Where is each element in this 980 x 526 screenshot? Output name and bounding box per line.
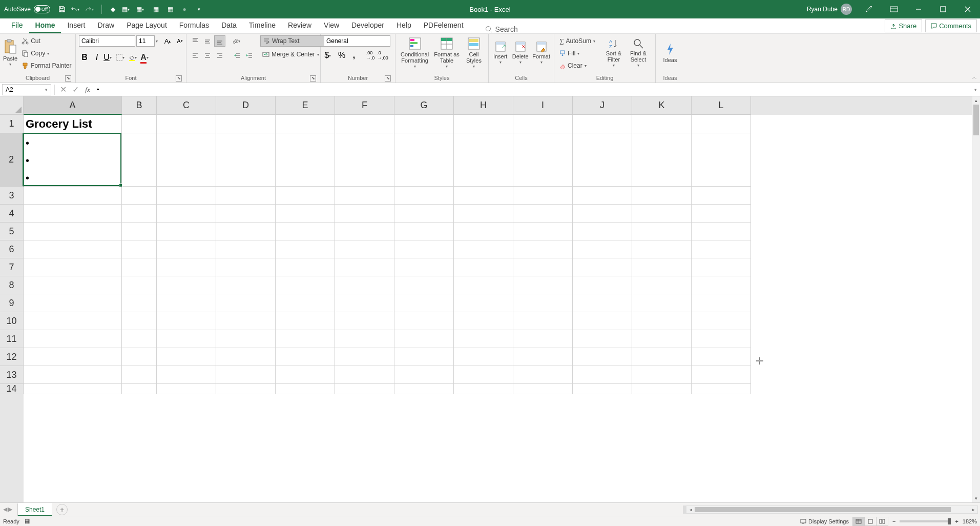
- merge-center-button[interactable]: Merge & Center▾: [260, 49, 324, 60]
- cell-E6[interactable]: [276, 240, 335, 258]
- cell-J12[interactable]: [573, 348, 632, 366]
- ideas-button[interactable]: Ideas: [659, 35, 681, 70]
- cell-E10[interactable]: [276, 312, 335, 330]
- cell-E7[interactable]: [276, 258, 335, 276]
- cell-K7[interactable]: [632, 258, 692, 276]
- cell-G12[interactable]: [394, 348, 454, 366]
- cancel-formula-icon[interactable]: ✕: [57, 84, 69, 95]
- cell-H7[interactable]: [454, 258, 513, 276]
- bold-icon[interactable]: B: [79, 52, 90, 63]
- cell-B13[interactable]: [122, 366, 157, 384]
- cell-F5[interactable]: [335, 222, 394, 240]
- zoom-in-icon[interactable]: +: [955, 518, 958, 524]
- cell-B6[interactable]: [122, 240, 157, 258]
- cell-J8[interactable]: [573, 276, 632, 294]
- cell-K3[interactable]: [632, 187, 692, 205]
- cell-H11[interactable]: [454, 330, 513, 348]
- formula-input[interactable]: [94, 84, 971, 95]
- cell-D3[interactable]: [216, 187, 276, 205]
- cell-I4[interactable]: [513, 205, 573, 222]
- row-header-3[interactable]: 3: [0, 187, 24, 205]
- cell-C14[interactable]: [157, 384, 216, 394]
- cell-D9[interactable]: [216, 294, 276, 312]
- cell-L13[interactable]: [692, 366, 751, 384]
- cell-C7[interactable]: [157, 258, 216, 276]
- name-box[interactable]: A2▾: [2, 84, 51, 95]
- row-header-13[interactable]: 13: [0, 366, 24, 384]
- cell-J5[interactable]: [573, 222, 632, 240]
- redo-icon[interactable]: ▾: [85, 4, 96, 15]
- cell-D7[interactable]: [216, 258, 276, 276]
- enter-formula-icon[interactable]: ✓: [69, 84, 81, 95]
- cell-L5[interactable]: [692, 222, 751, 240]
- cell-F12[interactable]: [335, 348, 394, 366]
- align-middle-icon[interactable]: [202, 35, 213, 47]
- decrease-indent-icon[interactable]: [232, 50, 243, 61]
- cell-H8[interactable]: [454, 276, 513, 294]
- accounting-format-icon[interactable]: $▾: [324, 50, 335, 61]
- cell-E9[interactable]: [276, 294, 335, 312]
- cell-B14[interactable]: [122, 384, 157, 394]
- cell-H14[interactable]: [454, 384, 513, 394]
- column-header-L[interactable]: L: [692, 96, 751, 115]
- cell-A7[interactable]: [24, 258, 122, 276]
- italic-icon[interactable]: I: [91, 52, 102, 63]
- cell-H6[interactable]: [454, 240, 513, 258]
- row-header-2[interactable]: 2: [0, 133, 24, 187]
- worksheet-grid[interactable]: ABCDEFGHIJKL 1234567891011121314 Grocery…: [0, 96, 972, 502]
- cell-K13[interactable]: [632, 366, 692, 384]
- cell-I12[interactable]: [513, 348, 573, 366]
- normal-view-icon[interactable]: [852, 517, 865, 526]
- decrease-decimal-icon[interactable]: .0→.00: [377, 50, 388, 61]
- cell-A3[interactable]: [24, 187, 122, 205]
- cell-L12[interactable]: [692, 348, 751, 366]
- vscroll-thumb[interactable]: [973, 105, 979, 135]
- zoom-slider[interactable]: [900, 520, 951, 522]
- macro-record-icon[interactable]: ▦: [25, 518, 30, 524]
- cell-K10[interactable]: [632, 312, 692, 330]
- cell-A4[interactable]: [24, 205, 122, 222]
- tab-help[interactable]: Help: [390, 18, 418, 33]
- find-select-button[interactable]: Find & Select▾: [627, 35, 650, 70]
- minimize-icon[interactable]: [907, 0, 930, 18]
- font-launcher[interactable]: ⬊: [176, 75, 182, 82]
- borders-icon[interactable]: ▾: [116, 52, 127, 63]
- row-header-5[interactable]: 5: [0, 222, 24, 240]
- cell-K1[interactable]: [632, 115, 692, 133]
- cell-F4[interactable]: [335, 205, 394, 222]
- font-color-icon[interactable]: A▾: [140, 52, 152, 63]
- qat-icon-1[interactable]: ◆: [107, 4, 118, 15]
- hscroll-thumb[interactable]: [695, 507, 951, 512]
- cell-J1[interactable]: [573, 115, 632, 133]
- cell-I5[interactable]: [513, 222, 573, 240]
- cell-I9[interactable]: [513, 294, 573, 312]
- cell-J4[interactable]: [573, 205, 632, 222]
- column-header-J[interactable]: J: [573, 96, 632, 115]
- cell-H1[interactable]: [454, 115, 513, 133]
- cell-E4[interactable]: [276, 205, 335, 222]
- cell-H3[interactable]: [454, 187, 513, 205]
- cell-F3[interactable]: [335, 187, 394, 205]
- cell-B1[interactable]: [122, 115, 157, 133]
- row-header-9[interactable]: 9: [0, 294, 24, 312]
- cell-A5[interactable]: [24, 222, 122, 240]
- cell-I11[interactable]: [513, 330, 573, 348]
- tab-formulas[interactable]: Formulas: [173, 18, 215, 33]
- align-right-icon[interactable]: [214, 50, 225, 61]
- align-left-icon[interactable]: [190, 50, 201, 61]
- cell-F2[interactable]: [335, 133, 394, 187]
- cell-L2[interactable]: [692, 133, 751, 187]
- cell-G8[interactable]: [394, 276, 454, 294]
- cell-C11[interactable]: [157, 330, 216, 348]
- cell-K6[interactable]: [632, 240, 692, 258]
- scroll-left-icon[interactable]: ◂: [686, 507, 695, 512]
- sheet-nav-prev-icon[interactable]: ◀: [3, 506, 7, 513]
- share-button[interactable]: Share: [885, 19, 922, 32]
- cell-B5[interactable]: [122, 222, 157, 240]
- cell-L10[interactable]: [692, 312, 751, 330]
- delete-cells-button[interactable]: Delete▾: [511, 35, 530, 70]
- zoom-out-icon[interactable]: −: [892, 518, 895, 524]
- format-as-table-button[interactable]: Format as Table▾: [433, 35, 461, 70]
- orientation-icon[interactable]: ab▾: [232, 35, 243, 47]
- tell-me-search[interactable]: Search: [485, 25, 518, 33]
